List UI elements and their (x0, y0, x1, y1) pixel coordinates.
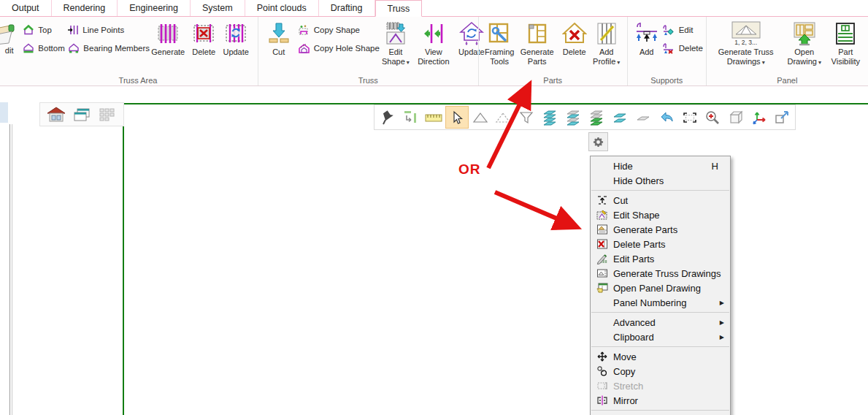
menu-item-panel-numbering[interactable]: Panel Numbering (591, 295, 730, 310)
menu-item-clipboard[interactable]: Clipboard (591, 330, 730, 344)
open-drawing-button[interactable]: Open Drawing (781, 19, 828, 68)
grid-view-button[interactable] (98, 106, 117, 123)
framing-tools-button[interactable]: Framing Tools (483, 19, 516, 67)
supports-delete-label: Delete (679, 44, 703, 53)
open-panel-drawing-menu-icon (594, 282, 610, 294)
layers-stack-green-icon[interactable] (585, 106, 608, 129)
add-profile-label: Add Profile (593, 47, 615, 66)
tab-system[interactable]: System (191, 0, 245, 16)
context-menu: Hide H Hide Others Cut Edit Shape (590, 156, 731, 415)
supports-delete-button[interactable]: Delete (663, 42, 703, 55)
open-drawing-icon (791, 20, 818, 47)
view-direction-button[interactable]: View Direction (412, 19, 456, 67)
menu-item-copy[interactable]: Copy (591, 364, 730, 378)
generate-truss-drawings-button[interactable]: 1, 2, 3... Generate Truss Drawings (711, 19, 781, 68)
edit-button-partial[interactable]: dit (0, 17, 18, 85)
part-visibility-button[interactable]: Part Visibility (828, 19, 864, 67)
menu-label: Advanced (610, 317, 720, 328)
tab-rendering[interactable]: Rendering (52, 0, 118, 16)
bottom-button[interactable]: Bottom (23, 42, 68, 55)
copy-hole-shape-button[interactable]: Copy Hole Shape (298, 42, 380, 55)
supports-edit-button[interactable]: Edit (663, 23, 703, 37)
quick-tools-toolbar (374, 104, 796, 130)
menu-item-hide[interactable]: Hide H (591, 159, 730, 173)
drawing-canvas[interactable] (0, 87, 868, 415)
add-profile-button[interactable]: Add Profile (591, 19, 623, 68)
layers-stack-mixed-icon[interactable] (561, 106, 585, 129)
left-panel-divider[interactable] (9, 124, 12, 415)
cascade-windows-button[interactable] (72, 106, 91, 123)
zoom-in-icon[interactable] (701, 106, 724, 129)
group-label-supports: Supports (628, 76, 706, 85)
reposition-icon[interactable] (399, 106, 422, 129)
edit-shape-button[interactable]: Edit Shape (380, 19, 412, 68)
line-points-button[interactable]: Line Points (68, 23, 148, 37)
menu-item-hide-others[interactable]: Hide Others (591, 173, 730, 188)
pushpin-icon[interactable] (375, 106, 399, 129)
home-view-button[interactable] (47, 106, 66, 123)
menu-label: Clipboard (610, 332, 720, 343)
triangle-dashed-icon[interactable] (491, 106, 515, 129)
truss-area-delete-button[interactable]: Delete (188, 19, 220, 58)
copy-shape-button[interactable]: Copy Shape (298, 23, 380, 37)
ribbon-group-panel: 1, 2, 3... Generate Truss Drawings Open … (706, 17, 868, 85)
open-drawing-dropdown-arrow (817, 57, 821, 66)
axes-icon[interactable] (748, 106, 771, 129)
top-button[interactable]: Top (23, 23, 68, 37)
truss-area-generate-button[interactable]: Generate (148, 19, 188, 58)
parts-delete-button[interactable]: Delete (558, 19, 591, 58)
menu-label: Copy (610, 366, 726, 377)
layers-stack-teal-icon[interactable] (538, 106, 561, 129)
menu-label: Mirror (610, 395, 726, 406)
triangle-icon[interactable] (469, 106, 492, 129)
supports-add-button[interactable]: Add (632, 19, 661, 58)
menu-item-delete-parts[interactable]: Delete Parts (591, 237, 730, 251)
menu-label: Move (610, 351, 726, 362)
parts-delete-icon (562, 20, 587, 47)
generate-parts-button[interactable]: Generate Parts (516, 19, 558, 67)
truss-bottom-icon (23, 43, 34, 53)
truss-area-update-button[interactable]: Update (220, 19, 252, 58)
view-mini-toolbar (39, 102, 124, 126)
menu-separator (591, 410, 729, 411)
menu-item-move[interactable]: Move (591, 349, 730, 364)
layers-two-icon[interactable] (608, 106, 631, 129)
selection-frame-icon[interactable] (678, 106, 702, 129)
menu-label: Delete Parts (610, 239, 726, 250)
tab-output[interactable]: Output (0, 0, 52, 16)
view-direction-icon (423, 20, 445, 47)
tab-truss[interactable]: Truss (375, 0, 423, 17)
menu-item-advanced[interactable]: Advanced (591, 315, 730, 330)
bearing-members-button[interactable]: Bearing Members (68, 42, 148, 55)
generate-truss-drawings-label-1: Generate Truss Drawings (714, 47, 778, 67)
tab-drafting[interactable]: Drafting (319, 0, 375, 16)
gear-button[interactable] (588, 132, 608, 151)
menu-item-open-panel-drawing[interactable]: Open Panel Drawing (591, 281, 730, 295)
menu-item-generate-truss-drawings[interactable]: Generate Truss Drawings (591, 266, 730, 281)
generate-parts-label: Generate Parts (519, 47, 556, 66)
menu-item-edit-parts[interactable]: Edit Parts (591, 251, 730, 266)
delete-parts-menu-icon (594, 238, 610, 250)
menu-item-edit-shape[interactable]: Edit Shape (591, 208, 730, 222)
bearing-members-label: Bearing Members (83, 44, 150, 53)
menu-separator (591, 190, 729, 191)
tab-engineering[interactable]: Engineering (118, 0, 191, 16)
menu-label: Generate Truss Drawings (610, 268, 726, 279)
layer-flat-icon[interactable] (631, 106, 655, 129)
bottom-label: Bottom (38, 44, 64, 53)
tab-point-clouds[interactable]: Point clouds (245, 0, 319, 16)
export-view-icon[interactable] (771, 106, 794, 129)
filter-icon[interactable] (515, 106, 538, 129)
menu-item-generate-parts[interactable]: Generate Parts (591, 222, 730, 237)
undo-icon[interactable] (655, 106, 678, 129)
select-cursor-icon[interactable] (445, 106, 469, 129)
menu-item-cut[interactable]: Cut (591, 193, 730, 208)
ruler-icon[interactable] (422, 106, 445, 129)
cube-icon[interactable] (724, 106, 748, 129)
cut-button[interactable]: Cut (263, 19, 295, 58)
ribbon-group-truss: Cut Copy Shape (258, 17, 478, 85)
menu-label: Edit Shape (610, 210, 726, 221)
part-visibility-label: Part Visibility (831, 47, 861, 66)
menu-item-mirror[interactable]: Mirror (591, 393, 730, 408)
framing-tools-icon (487, 20, 512, 47)
